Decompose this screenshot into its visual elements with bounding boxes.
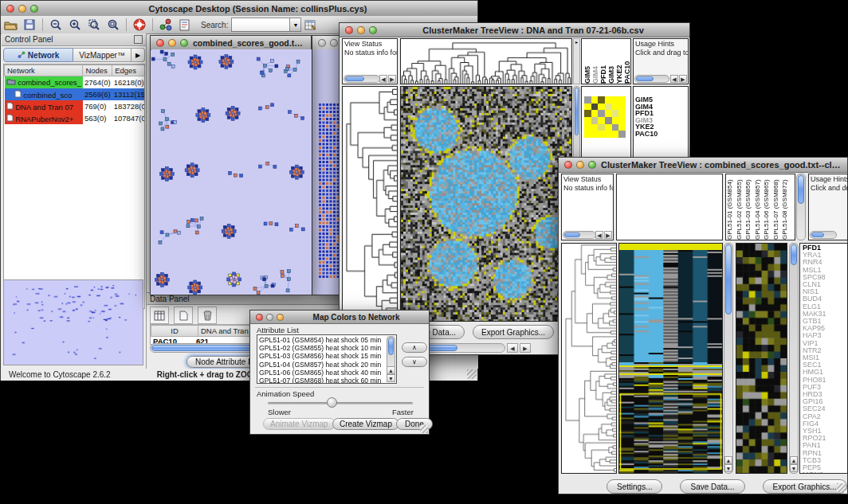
tv1-usage-hscrollbar[interactable] xyxy=(634,75,669,83)
tv2-zoom-heatmap[interactable] xyxy=(736,243,787,474)
save-icon[interactable] xyxy=(20,17,39,33)
tv1-array-dendrogram[interactable] xyxy=(400,38,572,84)
zoom-button[interactable] xyxy=(588,161,596,169)
tv2-gene-label[interactable]: KAP95 xyxy=(803,325,847,332)
tv2-usage-hscrollbar[interactable] xyxy=(810,231,837,239)
search-input[interactable] xyxy=(231,18,290,32)
main-titlebar[interactable]: Cytoscape Desktop (Session Name: collins… xyxy=(1,1,477,17)
close-button[interactable] xyxy=(318,39,326,47)
minimize-button[interactable] xyxy=(266,314,273,321)
tv2-gene-dendrogram[interactable] xyxy=(561,243,617,474)
network1-canvas[interactable] xyxy=(151,49,312,295)
tv2-gene-label[interactable]: SPC98 xyxy=(803,274,847,281)
dialog-titlebar[interactable]: Map Colors to Network xyxy=(250,311,429,324)
attribute-list-item[interactable]: GPL51-03 (GSM856) heat shock 15 min xyxy=(259,352,395,360)
tv2-gene-label[interactable]: FIG4 xyxy=(803,420,847,428)
col-network[interactable]: Network xyxy=(5,65,83,76)
tv2-gene-label[interactable]: HAP3 xyxy=(803,332,847,339)
tv2-gene-label[interactable]: PHO81 xyxy=(803,377,847,384)
delete-attribute-icon[interactable] xyxy=(198,307,217,324)
scroll-up-arrow[interactable]: ▲ xyxy=(387,366,395,374)
select-attributes-icon[interactable] xyxy=(150,307,169,324)
network1-titlebar[interactable]: combined_scores_good.txt--cluste... xyxy=(151,36,311,50)
scroll-left-arrow[interactable]: ◀ xyxy=(670,75,678,83)
zoom-selected-icon[interactable] xyxy=(84,17,104,33)
main-resize-grip[interactable] xyxy=(467,369,477,379)
tv2-gene-label[interactable]: NIS1 xyxy=(803,288,847,295)
minimize-button[interactable] xyxy=(18,5,26,13)
tv2-gene-label[interactable]: MAK31 xyxy=(803,311,847,318)
animate-vizmap-button[interactable]: Animate Vizmap xyxy=(263,418,336,430)
zoom-button[interactable] xyxy=(369,26,377,34)
attribute-list-item[interactable]: GPL51-04 (GSM857) heat shock 20 min xyxy=(259,361,395,369)
tv2-array-vscrollbar[interactable] xyxy=(796,174,806,240)
scroll-down-arrow[interactable]: ▼ xyxy=(724,464,732,472)
tab-overflow-button[interactable]: ▶ xyxy=(132,48,145,62)
zoom-button[interactable] xyxy=(277,314,284,321)
minimize-button[interactable] xyxy=(357,26,365,34)
scroll-right-arrow[interactable]: ▶ xyxy=(679,75,687,83)
tv2-resize-grip[interactable] xyxy=(837,483,846,492)
col-edges[interactable]: Edges xyxy=(112,65,145,76)
create-vizmap-button[interactable]: Create Vizmap xyxy=(332,418,399,430)
move-up-button[interactable]: ∧ xyxy=(402,342,427,353)
attribute-list-item[interactable]: GPL51-01 (GSM854) heat shock 05 min xyxy=(259,336,395,344)
move-down-button[interactable]: ∨ xyxy=(402,357,427,367)
minimize-button[interactable] xyxy=(576,161,584,169)
tv1-zoom-matrix[interactable] xyxy=(584,96,626,138)
scroll-down-arrow[interactable]: ▼ xyxy=(387,374,395,382)
vizmapper-icon[interactable] xyxy=(156,17,175,33)
zoom-in-icon[interactable] xyxy=(65,17,84,33)
tv2-gene-label[interactable]: MSL1 xyxy=(803,267,847,274)
tv2-gene-label[interactable]: MSI1 xyxy=(803,354,847,361)
help-lifesaver-icon[interactable] xyxy=(130,17,149,33)
network-row-combined-sco-selected[interactable]: combined_sco 2569(6) 13112(15) xyxy=(5,88,146,100)
tv2-global-heatmap[interactable] xyxy=(618,243,723,474)
col-id[interactable]: ID xyxy=(151,326,198,337)
tv2-button[interactable]: Save Data... xyxy=(680,479,744,494)
tv2-gene-label[interactable]: GPI16 xyxy=(803,398,847,405)
tv2-gene-label[interactable]: PUF3 xyxy=(803,384,847,391)
close-button[interactable] xyxy=(256,314,263,321)
tv2-gene-label[interactable]: HRD3 xyxy=(803,391,847,398)
tv2-gene-label[interactable]: CLN1 xyxy=(803,281,847,288)
treeview1-titlebar[interactable]: ClusterMaker TreeView : DNA and Tran 07-… xyxy=(340,23,689,37)
tv2-gene-label[interactable]: YSH1 xyxy=(803,428,847,435)
tab-network[interactable]: Network xyxy=(3,48,73,62)
tv1-strip-scroll[interactable]: ▸ xyxy=(573,38,580,84)
tv2-gene-label[interactable]: PAN1 xyxy=(803,442,847,449)
treeview2-titlebar[interactable]: ClusterMaker TreeView : combined_scores_… xyxy=(559,158,847,173)
tv2-gene-label[interactable]: SEC1 xyxy=(803,361,847,369)
scroll-right-arrow[interactable]: ▶ xyxy=(604,231,612,239)
col-nodes[interactable]: Nodes xyxy=(83,65,112,76)
tv1-global-heatmap[interactable] xyxy=(400,86,572,322)
close-button[interactable] xyxy=(564,161,572,169)
tv2-gene-label[interactable]: SEC24 xyxy=(803,405,847,412)
tv2-gene-label[interactable]: MON2 xyxy=(803,471,847,474)
minimize-button[interactable] xyxy=(168,39,176,47)
tv2-gene-label[interactable]: VIP1 xyxy=(803,340,847,347)
tv2-gene-label[interactable]: RPN1 xyxy=(803,450,847,457)
tv1-gene-dendrogram[interactable] xyxy=(342,86,398,322)
tv2-gene-label[interactable]: BUD4 xyxy=(803,295,847,303)
tv2-gene-label[interactable]: RPO21 xyxy=(803,435,847,442)
search-dropdown-button[interactable]: ▼ xyxy=(290,18,301,32)
zoom-fit-icon[interactable] xyxy=(104,17,123,33)
minimize-button[interactable] xyxy=(330,39,338,47)
scroll-right-arrow[interactable]: ▶ xyxy=(520,343,531,353)
attribute-list-item[interactable]: GPL51-06 (GSM865) heat shock 40 min xyxy=(259,369,395,377)
tv1-status-hscrollbar[interactable] xyxy=(344,75,380,83)
tv2-status-hscrollbar[interactable] xyxy=(563,231,596,239)
close-button[interactable] xyxy=(345,26,353,34)
scroll-left-arrow[interactable]: ◀ xyxy=(595,231,603,239)
scroll-up-arrow[interactable]: ▲ xyxy=(790,456,798,464)
scroll-up-arrow[interactable]: ▲ xyxy=(724,456,732,464)
tv2-heatmap-vscrollbar[interactable]: ▲ ▼ xyxy=(724,243,733,474)
tv2-gene-label[interactable]: ELG1 xyxy=(803,303,847,311)
tv2-gene-label[interactable]: YRA1 xyxy=(803,252,847,259)
tv2-button[interactable]: Settings... xyxy=(607,479,662,494)
attribute-list-item[interactable]: GPL51-07 (GSM868) heat shock 60 min xyxy=(259,377,395,384)
zoom-button[interactable] xyxy=(180,39,188,47)
tv2-gene-label[interactable]: NTR2 xyxy=(803,347,847,354)
zoom-button[interactable] xyxy=(30,5,38,13)
